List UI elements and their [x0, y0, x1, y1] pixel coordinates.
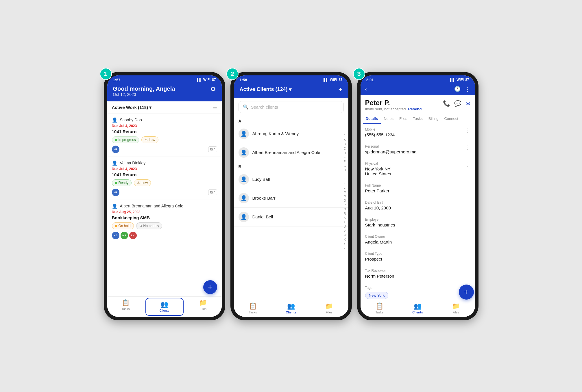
- nav-clients-2[interactable]: 👥 Clients: [272, 300, 310, 317]
- phone2: 1:58 ▌▌ WiFi 87 Active Clients (124) ▾ +: [230, 72, 352, 320]
- tab-billing[interactable]: Billing: [426, 114, 441, 124]
- add-client-button[interactable]: +: [338, 86, 342, 94]
- clients-icon-2: 👥: [287, 302, 295, 310]
- filter-sliders-icon[interactable]: ⚌: [213, 104, 217, 111]
- tasks-label-2: Tasks: [249, 311, 257, 314]
- fab-button[interactable]: +: [203, 280, 217, 294]
- value-tax-reviewer: Norm Peterson: [365, 274, 470, 278]
- search-bar[interactable]: 🔍 Search clients: [239, 101, 344, 113]
- avatar-lk: LK: [129, 232, 137, 239]
- field-dob: Date of Birth Aug 10, 2000: [361, 197, 475, 214]
- screen1: 1:57 ▌▌ WiFi 87 Good morning, Angela Oct…: [107, 75, 222, 317]
- filter-label[interactable]: Active Work (118) ▾: [112, 105, 152, 110]
- value-dob: Aug 10, 2000: [365, 205, 470, 210]
- client-name: Abrouq, Karim & Wendy: [252, 131, 299, 136]
- task-count: 0/7: [208, 146, 217, 152]
- item-footer: KB MF LK: [112, 232, 217, 239]
- signal-icon-2: ▌▌: [324, 78, 328, 82]
- client-name: Brooke Barr: [252, 196, 276, 200]
- field-menu-physical[interactable]: ⋮: [465, 161, 470, 168]
- status-dot: [115, 182, 117, 184]
- nav-tasks-3[interactable]: 📋 Tasks: [361, 300, 399, 317]
- tab-bar: Details Notes Files Tasks Billing Connec…: [361, 114, 475, 124]
- wifi-icon-2: WiFi: [330, 78, 337, 82]
- s1-header: Good morning, Angela Oct 12, 2023 ⚙: [107, 83, 222, 101]
- time-3: 2:01: [366, 78, 374, 82]
- phone3: 2:01 ▌▌ WiFi 87 ‹ 🕐 ⋮: [357, 72, 478, 320]
- nav-tasks-2[interactable]: 📋 Tasks: [234, 300, 272, 317]
- signal-icon: ▌▌: [197, 78, 202, 82]
- filter-bar: Active Work (118) ▾ ⚌: [107, 101, 222, 114]
- s3-header: ‹ 🕐 ⋮: [361, 83, 475, 95]
- battery-3: 87: [465, 78, 469, 82]
- field-mobile: Mobile (555) 555-1234 ⋮: [361, 124, 475, 141]
- priority-badge: ⊘ No priority: [136, 222, 162, 229]
- tab-details[interactable]: Details: [363, 114, 381, 124]
- phone-icon[interactable]: 📞: [443, 100, 450, 107]
- detail-content: Mobile (555) 555-1234 ⋮ Personal spiderm…: [361, 124, 475, 300]
- settings-icon[interactable]: ⚙: [210, 86, 216, 93]
- client-header-area: Peter P. 📞 💬 ✉ Invite sent, not accepted…: [361, 95, 475, 124]
- field-menu-mobile[interactable]: ⋮: [465, 127, 470, 134]
- bottom-nav-1: 📋 Tasks 👥 Clients 📁 Files: [107, 296, 222, 317]
- alpha-index: # A B C D E F G H I J K L M N: [344, 134, 346, 250]
- list-item[interactable]: 👤 Daniel Bell: [234, 208, 348, 226]
- work-title: Bookkeeping SMB: [112, 215, 217, 220]
- client-name: Velma Dinkley: [120, 161, 146, 165]
- name-row: Peter P. 📞 💬 ✉: [361, 95, 475, 107]
- tasks-icon-2: 📋: [249, 302, 257, 310]
- status-badge: In progress: [112, 136, 139, 143]
- priority-icon: ⚠: [137, 181, 140, 185]
- tag-new-york[interactable]: New York: [365, 292, 389, 299]
- tab-connect[interactable]: Connect: [441, 114, 461, 124]
- back-button[interactable]: ‹: [365, 86, 367, 92]
- tab-notes[interactable]: Notes: [381, 114, 396, 124]
- step1-badge: 1: [100, 68, 112, 80]
- label-tags: Tags: [365, 286, 470, 290]
- work-item: 👤 Velma Dinkley Due Jul 4, 2023 1041 Ret…: [107, 157, 222, 200]
- clients-label-3: Clients: [412, 311, 423, 314]
- client-row: 👤 Velma Dinkley: [112, 160, 217, 166]
- email-icon[interactable]: ✉: [465, 100, 470, 107]
- field-menu-personal[interactable]: ⋮: [465, 144, 470, 151]
- history-icon[interactable]: 🕐: [454, 86, 461, 92]
- list-item[interactable]: 👤 Albert Brennaman and Allegra Cole: [234, 143, 348, 162]
- field-tags: Tags New York: [361, 282, 475, 300]
- client-name: Lucy Ball: [252, 177, 270, 182]
- status-bar-1: 1:57 ▌▌ WiFi 87: [107, 75, 222, 83]
- nav-files-2[interactable]: 📁 Files: [310, 300, 348, 317]
- resend-button[interactable]: Resend: [408, 107, 422, 111]
- files-label: Files: [200, 307, 206, 311]
- list-item[interactable]: 👤 Abrouq, Karim & Wendy: [234, 125, 348, 143]
- nav-files[interactable]: 📁 Files: [185, 297, 222, 317]
- work-list: 👤 Scooby Doo Due Jul 4, 2023 1041 Return…: [107, 114, 222, 280]
- phone1: 1:57 ▌▌ WiFi 87 Good morning, Angela Oct…: [104, 72, 225, 320]
- value-client-owner: Angela Martin: [365, 239, 470, 244]
- item-footer: MP 0/7: [112, 146, 217, 153]
- nav-files-3[interactable]: 📁 Files: [437, 300, 475, 317]
- fab-button-3[interactable]: +: [459, 285, 474, 300]
- client-name: Albert Brennaman and Allegra Cole: [120, 204, 183, 208]
- avatar: MP: [112, 146, 119, 153]
- nav-clients-3[interactable]: 👥 Clients: [399, 300, 437, 317]
- field-tax-reviewer: Tax Reviewer Norm Peterson: [361, 265, 475, 282]
- client-avatar: 👤: [239, 212, 249, 222]
- invite-status: Invite sent, not accepted: [365, 107, 406, 111]
- list-item[interactable]: 👤 Brooke Barr: [234, 189, 348, 208]
- client-avatar: 👤: [239, 147, 249, 158]
- nav-clients[interactable]: 👥 Clients: [145, 298, 184, 316]
- priority-badge: ⚠ Low: [134, 179, 151, 186]
- field-personal: Personal spiderman@superhero.ma ⋮: [361, 141, 475, 158]
- chat-icon[interactable]: 💬: [454, 100, 461, 107]
- list-item[interactable]: 👤 Lucy Ball: [234, 170, 348, 189]
- avatar-group: MP: [112, 189, 119, 196]
- avatar-kb: KB: [112, 232, 119, 239]
- status-icons-2: ▌▌ WiFi 87: [324, 78, 343, 82]
- tab-files[interactable]: Files: [396, 114, 410, 124]
- field-client-owner: Client Owner Angela Martin: [361, 231, 475, 248]
- s2-title[interactable]: Active Clients (124) ▾: [240, 86, 291, 93]
- more-icon[interactable]: ⋮: [465, 86, 470, 92]
- client-icon: 👤: [112, 160, 118, 166]
- nav-tasks[interactable]: 📋 Tasks: [107, 297, 144, 317]
- tab-tasks[interactable]: Tasks: [410, 114, 426, 124]
